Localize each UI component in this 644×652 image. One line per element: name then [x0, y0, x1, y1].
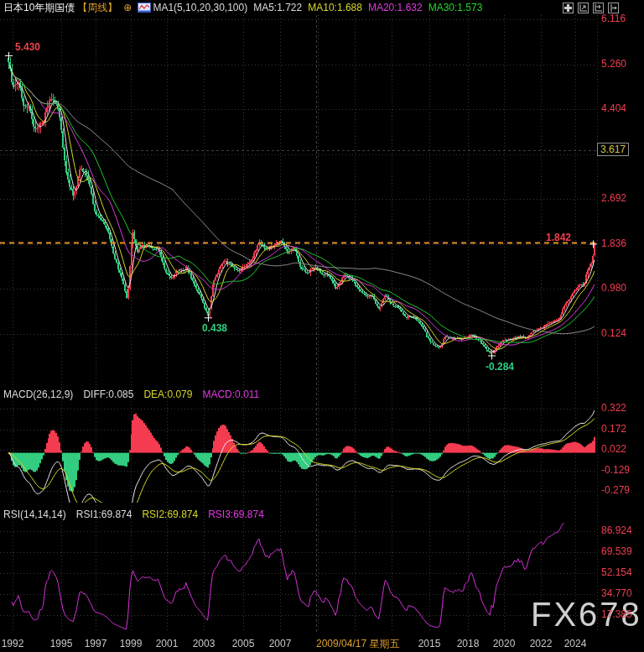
- chart-header: 日本10年期国债 【周线】 ⊕ MA1(5,10,20,30,100) MA5:…: [0, 0, 644, 15]
- time-axis-label: 2001: [156, 638, 179, 649]
- price-axis-label: 6.116: [601, 13, 626, 24]
- macd-macd-value: MACD:0.011: [202, 389, 259, 400]
- price-axis-label: 0.980: [601, 282, 626, 294]
- price-axis-label: 4.404: [601, 102, 626, 114]
- rsi2-value: RSI2:69.874: [142, 509, 198, 520]
- indicator-pane-right-icon[interactable]: [593, 3, 604, 13]
- time-axis-label: 2003: [193, 638, 216, 649]
- ma-settings-label[interactable]: MA1(5,10,20,30,100): [153, 2, 247, 13]
- ma10-value: MA10:1.688: [308, 2, 362, 13]
- time-axis-label: 2018: [457, 638, 480, 649]
- rsi-axis-label: 69.539: [601, 545, 632, 557]
- price-extreme-label: 0.438: [202, 322, 227, 334]
- price-axis-label: 0.124: [601, 327, 626, 339]
- crosshair-date-label: 2009/04/17 星期五: [316, 638, 399, 649]
- time-axis-label: 1997: [85, 638, 107, 649]
- ma5-value: MA5:1.722: [253, 2, 302, 13]
- time-axis-label: 1992: [2, 638, 24, 649]
- toolbar: [563, 3, 644, 13]
- time-axis-label: 2024: [564, 638, 587, 649]
- ma30-value: MA30:1.573: [428, 2, 483, 13]
- macd-axis-label: -0.129: [601, 464, 630, 476]
- price-axis-label: 2.692: [601, 192, 626, 204]
- time-axis-label: 2020: [493, 638, 516, 649]
- macd-diff-value: DIFF:0.085: [83, 389, 133, 400]
- price-extreme-label: -0.284: [486, 361, 514, 373]
- rsi3-value: RSI3:69.874: [208, 509, 264, 520]
- time-axis-label: 2022: [530, 638, 553, 649]
- macd-axis-label: 0.022: [601, 443, 626, 455]
- rsi-params-label[interactable]: RSI(14,14,14): [3, 509, 66, 520]
- indicator-pane-up-icon[interactable]: [578, 3, 589, 13]
- rsi-axis-label: 52.154: [601, 566, 632, 578]
- rsi-axis-label: 17.385: [601, 608, 632, 620]
- macd-axis-label: 0.172: [601, 423, 626, 435]
- macd-params-label[interactable]: MACD(26,12,9): [3, 389, 73, 400]
- split-window-icon[interactable]: [563, 3, 574, 13]
- macd-axis-label: -0.279: [601, 484, 630, 496]
- trading-chart-window: 日本10年期国债 【周线】 ⊕ MA1(5,10,20,30,100) MA5:…: [0, 0, 644, 652]
- time-axis-label: 2007: [269, 638, 292, 649]
- price-axis-label: 5.260: [601, 58, 626, 70]
- time-axis-label: 1999: [120, 638, 143, 649]
- crosshair-price-label: 3.617: [597, 143, 629, 156]
- shift-forward-icon[interactable]: [608, 3, 619, 13]
- instrument-title: 日本10年期国债: [3, 1, 75, 15]
- price-extreme-label: 5.430: [15, 41, 40, 53]
- rsi-header: RSI(14,14,14) RSI1:69.874 RSI2:69.874 RS…: [3, 507, 264, 522]
- macd-dea-value: DEA:0.079: [143, 389, 192, 400]
- rsi-axis-label: 86.924: [601, 524, 632, 536]
- time-axis-label: 2005: [232, 638, 255, 649]
- compare-icon[interactable]: ⊕: [123, 2, 132, 13]
- macd-axis-label: 0.322: [601, 402, 626, 414]
- macd-header: MACD(26,12,9) DIFF:0.085 DEA:0.079 MACD:…: [3, 387, 259, 402]
- price-extreme-label: 1.842: [546, 232, 571, 243]
- chart-canvas[interactable]: [0, 0, 644, 652]
- time-axis-label: 1995: [50, 638, 73, 649]
- mini-chart-icon[interactable]: [138, 3, 151, 13]
- rsi-axis-label: 34.770: [601, 587, 632, 599]
- time-axis-label: 2015: [418, 638, 441, 649]
- price-axis-label: 1.836: [601, 237, 626, 249]
- period-tag[interactable]: 【周线】: [77, 1, 117, 15]
- ma20-value: MA20:1.632: [368, 2, 423, 13]
- rsi1-value: RSI1:69.874: [76, 509, 132, 520]
